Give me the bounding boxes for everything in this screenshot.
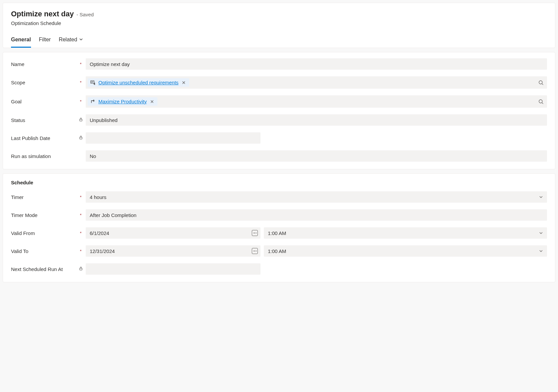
general-section: Name * Optimize next day Scope *: [3, 52, 555, 169]
required-indicator: *: [80, 249, 81, 254]
run-as-sim-value: No: [90, 153, 96, 159]
timer-mode-label: Timer Mode: [11, 212, 78, 218]
scope-label: Scope: [11, 80, 78, 85]
timer-select[interactable]: 4 hours: [86, 191, 547, 203]
timer-label: Timer: [11, 194, 78, 200]
tab-related-label: Related: [59, 37, 77, 43]
last-publish-field: [86, 132, 260, 144]
goal-remove-icon[interactable]: ✕: [149, 99, 155, 104]
valid-to-date-value: 12/31/2024: [90, 248, 115, 254]
scope-lookup-tag: Optimize unscheduled requirements ✕: [88, 78, 189, 87]
next-run-field: [86, 263, 260, 275]
scope-lookup[interactable]: Optimize unscheduled requirements ✕: [86, 76, 547, 89]
goal-lookup-tag: Maximize Productivity ✕: [88, 97, 157, 106]
field-row-status: Status Unpublished: [11, 114, 547, 126]
valid-from-date-value: 6/1/2024: [90, 230, 109, 236]
entity-subtitle: Optimization Schedule: [11, 20, 547, 26]
svg-rect-5: [79, 268, 82, 270]
valid-to-time-value: 1:00 AM: [268, 248, 286, 254]
tab-filter-label: Filter: [39, 37, 51, 43]
name-value: Optimize next day: [90, 61, 130, 67]
calendar-icon[interactable]: [252, 230, 258, 236]
run-as-sim-label: Run as simulation: [11, 153, 78, 159]
timer-value: 4 hours: [90, 194, 106, 200]
timer-mode-value: After Job Completion: [90, 212, 136, 218]
svg-point-2: [539, 100, 542, 103]
scope-entity-icon: [90, 80, 96, 85]
name-label: Name: [11, 61, 78, 67]
goal-label: Goal: [11, 99, 78, 104]
field-row-valid-to: Valid To * 12/31/2024 1:00 AM: [11, 245, 547, 257]
required-indicator: *: [80, 213, 81, 218]
field-row-timer-mode: Timer Mode * After Job Completion: [11, 209, 547, 221]
saved-indicator: - Saved: [76, 12, 94, 17]
valid-from-label: Valid From: [11, 230, 78, 236]
valid-from-date-input[interactable]: 6/1/2024: [86, 227, 260, 239]
page-title: Optimize next day: [11, 10, 74, 18]
search-icon[interactable]: [538, 99, 544, 104]
required-indicator: *: [80, 62, 81, 67]
schedule-section-title: Schedule: [11, 180, 547, 185]
schedule-section: Schedule Timer * 4 hours Timer Mode * Af…: [3, 173, 555, 282]
chevron-down-icon: [538, 248, 544, 254]
field-row-scope: Scope * Optimize unscheduled requirement…: [11, 76, 547, 89]
field-row-last-publish: Last Publish Date: [11, 132, 547, 144]
timer-mode-field[interactable]: After Job Completion: [86, 209, 547, 221]
required-indicator: *: [80, 99, 81, 104]
svg-rect-3: [79, 119, 82, 121]
lock-icon: [79, 117, 83, 123]
tab-general-label: General: [11, 37, 31, 43]
status-label: Status: [11, 117, 78, 123]
tab-general[interactable]: General: [11, 34, 31, 48]
goal-entity-icon: [90, 99, 96, 104]
calendar-icon[interactable]: [252, 248, 258, 254]
tab-related[interactable]: Related: [59, 34, 83, 48]
valid-to-date-input[interactable]: 12/31/2024: [86, 245, 260, 257]
search-icon[interactable]: [538, 80, 544, 85]
valid-to-time-select[interactable]: 1:00 AM: [264, 245, 547, 257]
field-row-valid-from: Valid From * 6/1/2024 1:00 AM: [11, 227, 547, 239]
last-publish-label: Last Publish Date: [11, 135, 78, 141]
chevron-down-icon: [538, 230, 544, 236]
goal-lookup[interactable]: Maximize Productivity ✕: [86, 95, 547, 108]
required-indicator: *: [80, 231, 81, 236]
chevron-down-icon: [79, 37, 83, 43]
valid-from-time-select[interactable]: 1:00 AM: [264, 227, 547, 239]
lock-icon: [79, 266, 83, 272]
svg-rect-0: [91, 81, 94, 83]
lock-icon: [79, 135, 83, 141]
svg-point-1: [539, 81, 542, 84]
record-header: Optimize next day - Saved Optimization S…: [3, 3, 555, 48]
chevron-down-icon: [538, 194, 544, 200]
tab-list: General Filter Related: [11, 34, 547, 48]
field-row-next-run: Next Scheduled Run At: [11, 263, 547, 275]
tab-filter[interactable]: Filter: [39, 34, 51, 48]
valid-from-time-value: 1:00 AM: [268, 230, 286, 236]
valid-to-label: Valid To: [11, 248, 78, 254]
status-field: Unpublished: [86, 114, 547, 126]
scope-link[interactable]: Optimize unscheduled requirements: [98, 80, 178, 85]
next-run-label: Next Scheduled Run At: [11, 266, 78, 272]
name-input[interactable]: Optimize next day: [86, 58, 547, 70]
required-indicator: *: [80, 195, 81, 200]
run-as-sim-field[interactable]: No: [86, 150, 547, 162]
required-indicator: *: [80, 80, 81, 85]
status-value: Unpublished: [90, 117, 117, 123]
svg-rect-4: [79, 137, 82, 139]
field-row-goal: Goal * Maximize Productivity ✕: [11, 95, 547, 108]
goal-link[interactable]: Maximize Productivity: [98, 99, 147, 104]
scope-remove-icon[interactable]: ✕: [181, 80, 186, 85]
field-row-timer: Timer * 4 hours: [11, 191, 547, 203]
field-row-name: Name * Optimize next day: [11, 58, 547, 70]
field-row-run-as-sim: Run as simulation No: [11, 150, 547, 162]
